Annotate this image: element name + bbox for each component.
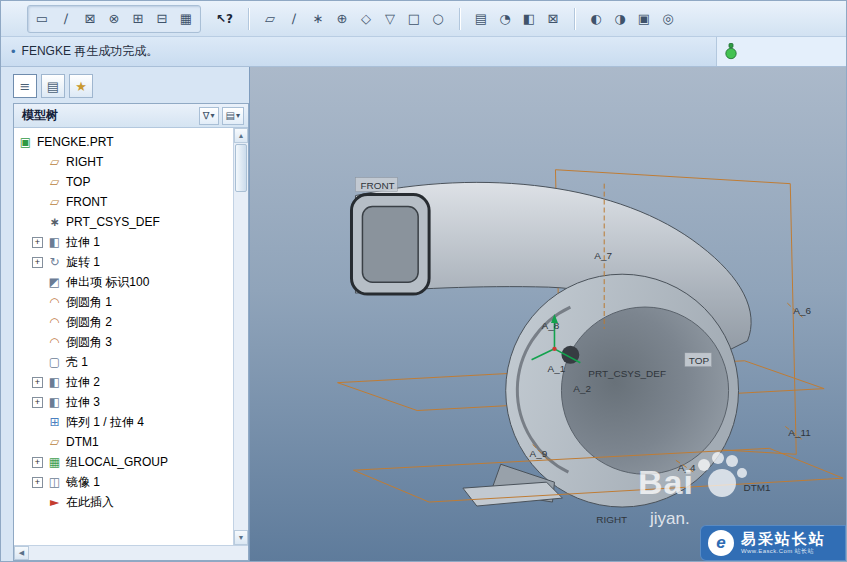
chevron-down-icon: ▾ (211, 111, 215, 120)
site-badge-title: 易采站长站 (741, 531, 826, 548)
site-badge-subtitle: Www.Easck.Com 站长站 (741, 548, 826, 555)
scroll-up-icon[interactable]: ▲ (234, 128, 248, 143)
axis-display-icon[interactable]: ○ (427, 8, 449, 30)
line-tool-icon[interactable]: ∕ (55, 8, 77, 30)
datum-plane-tool-icon[interactable]: ▱ (259, 8, 281, 30)
expand-icon[interactable]: + (32, 257, 43, 268)
tree-vscrollbar[interactable]: ▲ ▼ (233, 128, 248, 545)
tree-item[interactable]: ∗ PRT_CSYS_DEF (14, 212, 233, 232)
revolve-icon: ↻ (47, 255, 62, 269)
protrusion-icon: ◩ (47, 275, 62, 289)
tree-item[interactable]: + ◫ 镜像 1 (14, 472, 233, 492)
vscroll-thumb[interactable] (235, 144, 247, 192)
datum-toolbar: ▱ ∕ ∗ ⊕ ◇ ▽ □ ○ (259, 8, 449, 30)
display-toolbar: ◐ ◑ ▣ ◎ (585, 8, 679, 30)
csys-label[interactable]: PRT_CSYS_DEF (588, 368, 666, 379)
sketch-tool-icon[interactable]: ◇ (355, 8, 377, 30)
layers-icon[interactable]: ▤ (470, 8, 492, 30)
model-inlet-bore[interactable] (362, 207, 418, 283)
csys-icon: ∗ (47, 215, 62, 229)
axis-label-a1[interactable]: A_1 (548, 363, 566, 374)
tree-item[interactable]: ◠ 倒圆角 1 (14, 292, 233, 312)
expand-icon[interactable]: + (32, 377, 43, 388)
tree-hscrollbar[interactable]: ◀ (14, 545, 248, 560)
tab-folder-browser[interactable]: ▤ (41, 74, 65, 98)
axis-label-a4[interactable]: A_4 (678, 462, 696, 473)
spin-center-icon[interactable]: ◎ (657, 8, 679, 30)
tree-item[interactable]: ▱ FRONT (14, 192, 233, 212)
datum-csys-tool-icon[interactable]: ∗ (307, 8, 329, 30)
vscroll-track[interactable] (234, 193, 248, 530)
no-hidden-icon[interactable]: ▣ (633, 8, 655, 30)
tree-item[interactable]: ► 在此插入 (14, 492, 233, 512)
context-help-icon[interactable]: ↖? (211, 8, 238, 30)
expand-icon[interactable]: + (32, 397, 43, 408)
graphics-viewport[interactable]: FRONT A_7 A_6 A_8 A_1 TOP PRT_CSYS_DEF A… (249, 67, 846, 562)
grid-on-icon[interactable]: ⊞ (127, 8, 149, 30)
part-icon: ▣ (18, 135, 33, 149)
expand-icon[interactable]: + (32, 237, 43, 248)
axis-label-a11[interactable]: A_11 (788, 427, 811, 438)
tree-item[interactable]: + ↻ 旋转 1 (14, 252, 233, 272)
tree-filter-button[interactable]: ∇ ▾ (199, 107, 219, 125)
axis-label-a9[interactable]: A_9 (530, 448, 548, 459)
tree-item[interactable]: + ◧ 拉伸 1 (14, 232, 233, 252)
datum-axis-tool-icon[interactable]: ∕ (283, 8, 305, 30)
scroll-down-icon[interactable]: ▼ (234, 530, 248, 545)
tree-item-label: 拉伸 3 (66, 394, 100, 411)
dimension-icon[interactable]: ⊟ (151, 8, 173, 30)
tree-item[interactable]: ⊞ 阵列 1 / 拉伸 4 (14, 412, 233, 432)
select-box-icon[interactable]: ▭ (31, 8, 53, 30)
datum-curve-icon[interactable]: ▽ (379, 8, 401, 30)
tree-item[interactable]: ◠ 倒圆角 3 (14, 332, 233, 352)
tree-settings-button[interactable]: ▤ ▾ (222, 107, 244, 125)
tree-item[interactable]: + ▦ 组LOCAL_GROUP (14, 452, 233, 472)
status-bullet-icon: • (11, 44, 16, 59)
model-tree: ▣ FENGKE.PRT ▱ RIGHT ▱ TOP (14, 128, 233, 545)
filter-icon: ∇ (203, 110, 210, 121)
orient-icon[interactable]: ◔ (494, 8, 516, 30)
expand-icon[interactable]: + (32, 457, 43, 468)
tree-item[interactable]: ◠ 倒圆角 2 (14, 312, 233, 332)
model-tree-area: ▣ FENGKE.PRT ▱ RIGHT ▱ TOP (14, 128, 248, 545)
hscroll-track[interactable] (29, 546, 248, 560)
tab-favorites[interactable]: ★ (69, 74, 93, 98)
datum-point-tool-icon[interactable]: ⊕ (331, 8, 353, 30)
delete-segment-icon[interactable]: ⊠ (79, 8, 101, 30)
analysis-icon[interactable]: ⊠ (542, 8, 564, 30)
tree-item-label: 伸出项 标识100 (66, 274, 149, 291)
tree-item[interactable]: ◩ 伸出项 标识100 (14, 272, 233, 292)
tree-item[interactable]: + ◧ 拉伸 3 (14, 392, 233, 412)
scroll-left-icon[interactable]: ◀ (14, 546, 29, 560)
3d-canvas[interactable]: FRONT A_7 A_6 A_8 A_1 TOP PRT_CSYS_DEF A… (250, 67, 846, 562)
tree-item-label: FRONT (66, 195, 107, 209)
tree-item[interactable]: ▢ 壳 1 (14, 352, 233, 372)
section-icon[interactable]: ◧ (518, 8, 540, 30)
axis-label-a2[interactable]: A_2 (573, 383, 591, 394)
tree-item[interactable]: ▱ TOP (14, 172, 233, 192)
axis-label-a6[interactable]: A_6 (793, 305, 811, 316)
tree-item[interactable]: ▣ FENGKE.PRT (14, 132, 233, 152)
round-icon: ◠ (47, 315, 62, 329)
app-window: ▭ ∕ ⊠ ⊗ ⊞ ⊟ ▦ ↖? ▱ ∕ ∗ ⊕ ◇ ▽ □ ○ ▤ ◔ ◧ ⊠ (0, 0, 847, 562)
datum-label-dtm1[interactable]: DTM1 (744, 482, 772, 493)
axis-label-a7[interactable]: A_7 (594, 250, 612, 261)
tree-item-label: 组LOCAL_GROUP (66, 454, 168, 471)
datum-label-right[interactable]: RIGHT (596, 514, 627, 525)
constraint-icon[interactable]: ⊗ (103, 8, 125, 30)
tree-item[interactable]: + ◧ 拉伸 2 (14, 372, 233, 392)
mirror-icon: ◫ (47, 475, 62, 489)
datum-label-front[interactable]: FRONT (360, 180, 394, 191)
tab-model-tree[interactable]: ≡ (13, 74, 37, 98)
datum-label-top[interactable]: TOP (689, 355, 710, 366)
axis-label-a8[interactable]: A_8 (542, 320, 560, 331)
hidden-line-icon[interactable]: ◑ (609, 8, 631, 30)
tree-item[interactable]: ▱ RIGHT (14, 152, 233, 172)
regen-status-icon[interactable] (725, 43, 737, 60)
shade-loops-icon[interactable]: ▦ (175, 8, 197, 30)
expand-icon[interactable]: + (32, 477, 43, 488)
tree-item[interactable]: ▱ DTM1 (14, 432, 233, 452)
shaded-mode-icon[interactable]: ◐ (585, 8, 607, 30)
model-base-plate[interactable] (463, 482, 562, 506)
plane-display-icon[interactable]: □ (403, 8, 425, 30)
